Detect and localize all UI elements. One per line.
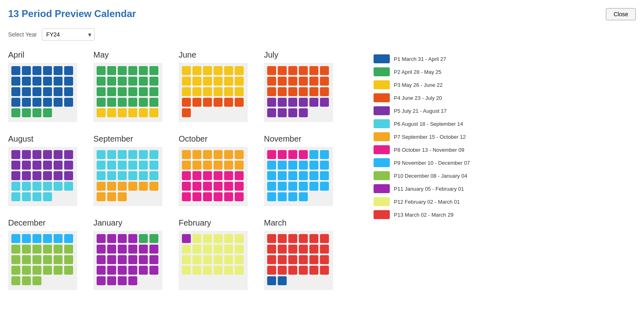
year-select-label: Select Year bbox=[8, 31, 37, 38]
calendar-june bbox=[179, 63, 248, 122]
legend-swatch-p4 bbox=[374, 93, 390, 102]
legend-swatch-p6 bbox=[374, 119, 390, 128]
calendars-grid: April May bbox=[8, 50, 341, 290]
month-name-september: September bbox=[93, 134, 171, 144]
calendar-july bbox=[264, 63, 333, 122]
legend-label-p12: P12 February 02 - March 01 bbox=[394, 199, 460, 205]
calendar-april bbox=[8, 63, 77, 122]
legend-item-p1: P1 March 31 - April 27 bbox=[374, 54, 470, 63]
close-button[interactable]: Close bbox=[606, 8, 636, 20]
month-october: October bbox=[179, 134, 256, 206]
legend-swatch-p3 bbox=[374, 80, 390, 89]
legend-item-p12: P12 February 02 - March 01 bbox=[374, 197, 470, 206]
month-august: August bbox=[8, 134, 85, 206]
legend-item-p3: P3 May 26 - June 22 bbox=[374, 80, 470, 89]
legend-item-p8: P8 October 13 - November 09 bbox=[374, 145, 470, 154]
legend: P1 March 31 - April 27P2 April 28 - May … bbox=[374, 50, 470, 290]
legend-label-p10: P10 December 08 - January 04 bbox=[394, 173, 467, 179]
month-name-july: July bbox=[264, 50, 341, 60]
legend-item-p13: P13 March 02 - March 29 bbox=[374, 210, 470, 219]
legend-swatch-p13 bbox=[374, 210, 390, 219]
legend-swatch-p7 bbox=[374, 132, 390, 141]
legend-label-p13: P13 March 02 - March 29 bbox=[394, 212, 454, 218]
legend-swatch-p11 bbox=[374, 184, 390, 193]
legend-label-p1: P1 March 31 - April 27 bbox=[394, 56, 446, 62]
legend-label-p2: P2 April 28 - May 25 bbox=[394, 69, 441, 75]
legend-swatch-p1 bbox=[374, 54, 390, 63]
legend-item-p10: P10 December 08 - January 04 bbox=[374, 171, 470, 180]
month-name-april: April bbox=[8, 50, 85, 60]
month-september: September bbox=[93, 134, 171, 206]
legend-swatch-p9 bbox=[374, 158, 390, 167]
month-november: November bbox=[264, 134, 341, 206]
legend-item-p9: P9 November 10 - December 07 bbox=[374, 158, 470, 167]
legend-swatch-p2 bbox=[374, 67, 390, 76]
calendar-march bbox=[264, 231, 333, 290]
legend-label-p9: P9 November 10 - December 07 bbox=[394, 160, 470, 166]
legend-label-p4: P4 June 23 - July 20 bbox=[394, 95, 442, 101]
month-june: June bbox=[179, 50, 256, 122]
month-april: April bbox=[8, 50, 85, 122]
year-select[interactable]: FY24 FY23 FY25 bbox=[42, 28, 95, 41]
legend-swatch-p8 bbox=[374, 145, 390, 154]
month-february: February bbox=[179, 218, 256, 290]
month-may: May bbox=[93, 50, 171, 122]
month-name-august: August bbox=[8, 134, 85, 144]
month-name-november: November bbox=[264, 134, 341, 144]
calendar-october bbox=[179, 147, 248, 206]
month-december: December bbox=[8, 218, 85, 290]
month-name-december: December bbox=[8, 218, 85, 228]
legend-label-p11: P11 January 05 - February 01 bbox=[394, 186, 464, 192]
calendar-february bbox=[179, 231, 248, 290]
legend-item-p11: P11 January 05 - February 01 bbox=[374, 184, 470, 193]
month-name-october: October bbox=[179, 134, 256, 144]
legend-item-p6: P6 August 18 - September 14 bbox=[374, 119, 470, 128]
month-january: January bbox=[93, 218, 171, 290]
calendar-august bbox=[8, 147, 77, 206]
month-name-june: June bbox=[179, 50, 256, 60]
month-july: July bbox=[264, 50, 341, 122]
legend-item-p2: P2 April 28 - May 25 bbox=[374, 67, 470, 76]
legend-label-p5: P5 July 21 - August 17 bbox=[394, 108, 447, 114]
calendar-may bbox=[93, 63, 162, 122]
calendar-september bbox=[93, 147, 162, 206]
legend-label-p3: P3 May 26 - June 22 bbox=[394, 82, 443, 88]
calendar-november bbox=[264, 147, 333, 206]
month-name-january: January bbox=[93, 218, 171, 228]
legend-label-p7: P7 September 15 - October 12 bbox=[394, 134, 466, 140]
legend-item-p5: P5 July 21 - August 17 bbox=[374, 106, 470, 115]
legend-item-p4: P4 June 23 - July 20 bbox=[374, 93, 470, 102]
page-title: 13 Period Preview Calendar bbox=[8, 8, 136, 19]
month-march: March bbox=[264, 218, 341, 290]
month-name-march: March bbox=[264, 218, 341, 228]
calendar-december bbox=[8, 231, 77, 290]
legend-swatch-p12 bbox=[374, 197, 390, 206]
month-name-may: May bbox=[93, 50, 171, 60]
legend-label-p6: P6 August 18 - September 14 bbox=[394, 121, 463, 127]
calendar-january bbox=[93, 231, 162, 290]
legend-label-p8: P8 October 13 - November 09 bbox=[394, 147, 464, 153]
legend-swatch-p5 bbox=[374, 106, 390, 115]
month-name-february: February bbox=[179, 218, 256, 228]
legend-swatch-p10 bbox=[374, 171, 390, 180]
legend-item-p7: P7 September 15 - October 12 bbox=[374, 132, 470, 141]
